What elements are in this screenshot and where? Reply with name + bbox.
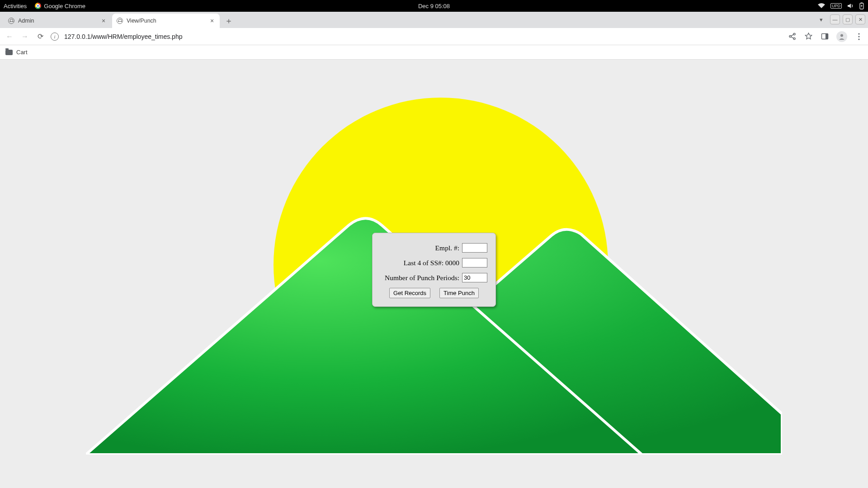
folder-icon	[5, 50, 13, 55]
employee-number-input[interactable]	[462, 243, 487, 253]
tab-title: Admin	[18, 18, 97, 24]
last4-ss-label: Last 4 of SS#: 0000	[404, 259, 459, 267]
tab-admin[interactable]: Admin ×	[4, 14, 111, 28]
browser-tab-strip: Admin × View/Punch × ＋ ▾ — ▢ ✕	[0, 12, 868, 28]
employee-times-form: Empl. #: Last 4 of SS#: 0000 Number of P…	[372, 233, 496, 307]
tab-search-button[interactable]: ▾	[820, 16, 823, 23]
svg-rect-6	[826, 34, 828, 39]
tab-close-icon[interactable]: ×	[100, 18, 107, 24]
svg-point-4	[793, 38, 795, 40]
svg-point-8	[858, 33, 859, 34]
share-icon[interactable]	[788, 32, 797, 41]
punch-periods-label: Number of Punch Periods:	[385, 274, 459, 282]
window-minimize-button[interactable]: —	[830, 14, 840, 24]
window-close-button[interactable]: ✕	[855, 14, 865, 24]
active-app-indicator[interactable]: Google Chrome	[35, 3, 85, 9]
tab-title: View/Punch	[127, 18, 205, 24]
svg-point-7	[840, 34, 843, 37]
kebab-menu-icon[interactable]	[854, 32, 863, 41]
back-button[interactable]: ←	[5, 32, 14, 42]
tab-close-icon[interactable]: ×	[209, 18, 215, 24]
globe-icon	[8, 18, 14, 24]
last4-ss-input[interactable]	[462, 258, 487, 267]
bookmarks-bar: Cart	[0, 45, 868, 60]
tab-view-punch[interactable]: View/Punch ×	[112, 14, 220, 28]
new-tab-button[interactable]: ＋	[222, 14, 235, 27]
bookmark-star-icon[interactable]	[804, 32, 813, 41]
side-panel-icon[interactable]	[820, 32, 829, 41]
browser-toolbar: ← → ⟳ i 127.0.0.1/www/HRM/employee_times…	[0, 28, 868, 45]
forward-button[interactable]: →	[20, 32, 30, 42]
wifi-icon[interactable]	[818, 3, 825, 9]
volume-icon[interactable]	[847, 3, 854, 9]
chrome-icon	[35, 3, 41, 9]
profile-avatar[interactable]	[836, 31, 847, 42]
svg-point-3	[789, 36, 791, 38]
punch-periods-input[interactable]	[462, 273, 487, 282]
time-punch-button[interactable]: Time Punch	[439, 288, 479, 298]
activities-button[interactable]: Activities	[4, 3, 27, 9]
clock[interactable]: Dec 9 05:08	[418, 3, 450, 9]
get-records-button[interactable]: Get Records	[389, 288, 430, 298]
globe-icon	[117, 18, 123, 24]
page-content: Empl. #: Last 4 of SS#: 0000 Number of P…	[0, 60, 868, 488]
active-app-name: Google Chrome	[44, 3, 85, 9]
employee-number-label: Empl. #:	[435, 244, 459, 252]
battery-icon[interactable]	[859, 2, 864, 9]
svg-point-2	[793, 33, 795, 35]
window-maximize-button[interactable]: ▢	[843, 14, 853, 24]
reload-button[interactable]: ⟳	[35, 32, 45, 42]
vpn-icon[interactable]: UPD	[830, 3, 842, 9]
svg-point-10	[858, 38, 859, 40]
svg-rect-1	[861, 3, 863, 4]
site-info-icon[interactable]: i	[51, 33, 59, 41]
system-menubar: Activities Google Chrome Dec 9 05:08 UPD	[0, 0, 868, 12]
address-bar[interactable]: 127.0.0.1/www/HRM/employee_times.php	[64, 33, 782, 40]
svg-point-9	[858, 36, 859, 37]
bookmark-cart[interactable]: Cart	[16, 49, 28, 56]
